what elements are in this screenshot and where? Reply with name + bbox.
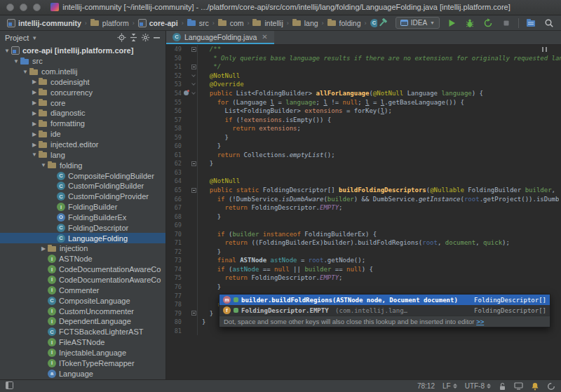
code-text: return Collections.emptyList(); — [198, 151, 335, 158]
toolwindow-toggle-icon[interactable] — [6, 381, 13, 391]
line-ending-select[interactable]: LF — [442, 382, 457, 390]
completion-item-foldingdescriptor-em[interactable]: fFoldingDescriptor.EMPTY (com.intellij.l… — [219, 305, 550, 316]
tree-item-itokentyperemapper[interactable]: IITokenTypeRemapper — [0, 358, 165, 368]
tree-item-compositefoldingbuilder[interactable]: CCompositeFoldingBuilder — [0, 170, 165, 181]
expand-arrow-icon[interactable]: ▼ — [30, 151, 39, 158]
zoom-window-icon[interactable] — [33, 4, 41, 11]
project-structure-icon[interactable] — [525, 17, 537, 29]
tree-item-ide[interactable]: ▶ide — [0, 129, 165, 140]
fold-marker-icon[interactable] — [190, 309, 198, 318]
breadcrumb-item-src[interactable]: src — [184, 18, 212, 28]
fold-gutter — [190, 212, 198, 221]
tree-item-folding[interactable]: ▼folding — [0, 160, 165, 170]
event-log-icon[interactable] — [531, 382, 539, 391]
code-viewport[interactable]: 49 /**50 * Only queries base language re… — [166, 45, 561, 379]
tree-item-fctsbackedlighterast[interactable]: CFCTSBackedLighterAST — [0, 327, 165, 337]
ide-errors-icon[interactable] — [514, 382, 523, 390]
completion-item-builder-buildfoldreg[interactable]: mbuilder.buildFoldRegions(ASTNode node, … — [219, 295, 550, 305]
fold-marker-icon[interactable] — [190, 186, 198, 195]
tree-item-src[interactable]: ▼src — [0, 56, 165, 67]
tree-item-dependentlanguage[interactable]: IDependentLanguage — [0, 316, 165, 327]
tree-item-concurrency[interactable]: ▶concurrency — [0, 87, 165, 97]
tree-item-astnode[interactable]: IASTNode — [0, 254, 165, 264]
expand-arrow-icon[interactable]: ▼ — [3, 48, 11, 54]
tree-item-fileastnode[interactable]: IFileASTNode — [0, 337, 165, 348]
breadcrumb-item-platform[interactable]: platform — [88, 18, 132, 28]
breadcrumb-item-intellij[interactable]: intellij — [250, 18, 285, 28]
fold-marker-icon[interactable] — [190, 72, 198, 81]
expand-arrow-icon[interactable]: ▶ — [30, 100, 39, 106]
fold-marker-icon[interactable] — [190, 89, 198, 98]
expand-arrow-icon[interactable]: ▶ — [30, 79, 39, 85]
completion-hint-link[interactable]: >> — [476, 318, 484, 325]
close-tab-icon[interactable]: ✕ — [262, 33, 267, 41]
breadcrumb-item-lang[interactable]: lang — [290, 18, 321, 28]
editor-area[interactable]: C LanguageFolding.java ✕ 49 /**50 * Only… — [166, 31, 561, 379]
settings-gear-icon[interactable] — [141, 33, 150, 43]
tree-item-codeinsight[interactable]: ▶codeinsight — [0, 77, 165, 88]
folder-icon — [39, 150, 48, 159]
breadcrumb-item-intellij-community[interactable]: intellij-community — [4, 18, 84, 28]
tab-languagefolding-java[interactable]: C LanguageFolding.java ✕ — [166, 31, 274, 44]
search-everywhere-icon[interactable] — [543, 17, 555, 29]
tree-item-core[interactable]: ▶core — [0, 97, 165, 108]
close-window-icon[interactable] — [6, 4, 14, 11]
tree-item-com-intellij[interactable]: ▼com.intellij — [0, 67, 165, 77]
expand-arrow-icon[interactable]: ▶ — [30, 131, 39, 137]
expand-arrow-icon[interactable]: ▶ — [30, 110, 39, 116]
tree-item-injectablelanguage[interactable]: IInjectableLanguage — [0, 347, 165, 358]
tree-item-lang[interactable]: ▼lang — [0, 149, 165, 160]
minimize-window-icon[interactable] — [20, 4, 27, 11]
tree-item-customfoldingbuilder[interactable]: CCustomFoldingBuilder — [0, 181, 165, 191]
breadcrumb-item-com[interactable]: com — [215, 18, 247, 28]
tree-item-injection[interactable]: ▶injection — [0, 243, 165, 254]
override-marker-icon[interactable] — [183, 89, 190, 98]
build-hammer-icon[interactable] — [377, 17, 390, 29]
fold-marker-icon[interactable] — [190, 45, 198, 54]
tree-item-codedocumentationawareco[interactable]: ICodeDocumentationAwareCo — [0, 275, 165, 285]
coverage-icon[interactable] — [482, 17, 494, 29]
collapse-all-icon[interactable] — [129, 33, 138, 43]
tree-item-injected-editor[interactable]: ▶injected.editor — [0, 140, 165, 150]
stop-icon[interactable] — [500, 17, 513, 29]
breadcrumb-item-languagefolding[interactable]: CLanguageFolding — [367, 18, 377, 28]
chevron-down-icon[interactable]: ▼ — [32, 35, 37, 41]
tree-item-language[interactable]: aLanguage — [0, 368, 165, 379]
lock-icon[interactable] — [499, 382, 506, 391]
expand-arrow-icon[interactable]: ▼ — [39, 162, 48, 168]
fold-marker-icon[interactable] — [190, 80, 198, 89]
tree-item-commenter[interactable]: ICommenter — [0, 285, 165, 295]
hide-panel-icon[interactable] — [153, 34, 161, 43]
expand-arrow-icon[interactable]: ▼ — [21, 69, 29, 75]
tree-item-formatting[interactable]: ▶formatting — [0, 119, 165, 129]
debug-icon[interactable] — [464, 17, 476, 29]
breadcrumb-item-core-api[interactable]: core-api — [135, 18, 181, 28]
fold-marker-icon[interactable] — [190, 159, 198, 168]
tree-item-diagnostic[interactable]: ▶diagnostic — [0, 108, 165, 119]
tree-item-languagefolding[interactable]: CLanguageFolding — [0, 233, 165, 243]
tree-item-compositelanguage[interactable]: CCompositeLanguage — [0, 295, 165, 306]
tree-item-codedocumentationawareco[interactable]: ICodeDocumentationAwareCo — [0, 264, 165, 275]
expand-arrow-icon[interactable]: ▶ — [30, 142, 39, 148]
fold-marker-icon[interactable] — [190, 62, 198, 72]
locate-icon[interactable] — [117, 33, 126, 43]
expand-arrow-icon[interactable]: ▶ — [30, 121, 39, 127]
tree-item-foldingdescriptor[interactable]: CFoldingDescriptor — [0, 222, 165, 233]
caret-position[interactable]: 78:12 — [417, 382, 435, 390]
project-panel-title[interactable]: Project — [5, 34, 29, 42]
breadcrumb-item-folding[interactable]: folding — [325, 18, 364, 28]
tree-item-customfoldingprovider[interactable]: CCustomFoldingProvider — [0, 191, 165, 202]
run-configuration-select[interactable]: IDEA ▼ — [396, 17, 440, 29]
expand-arrow-icon[interactable]: ▼ — [12, 58, 20, 65]
tree-item-foldingbuilder[interactable]: IFoldingBuilder — [0, 202, 165, 212]
fold-gutter — [190, 238, 198, 248]
tree-item-customuncommenter[interactable]: ICustomUncommenter — [0, 306, 165, 316]
tree-item-foldingbuilderex[interactable]: OFoldingBuilderEx — [0, 212, 165, 223]
tree-item-core-api-intellij-platform-core[interactable]: ▼core-api [intellij.platform.core] — [0, 46, 165, 56]
run-icon[interactable] — [445, 17, 458, 29]
encoding-select[interactable]: UTF-8 — [465, 382, 491, 390]
background-tasks-icon[interactable] — [547, 382, 555, 391]
expand-arrow-icon[interactable]: ▶ — [30, 89, 39, 95]
expand-arrow-icon[interactable]: ▶ — [39, 245, 48, 252]
fold-gutter — [190, 124, 198, 133]
